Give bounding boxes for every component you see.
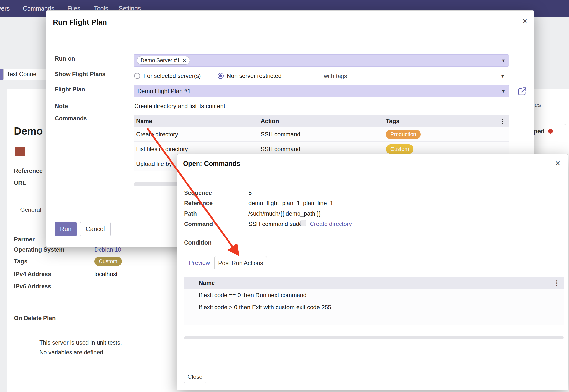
os-value-link[interactable]: Debian 10 — [94, 246, 121, 253]
run-on-label: Run on — [55, 55, 75, 62]
post-run-table-header: Name ⋮ — [184, 277, 564, 289]
row-name: If exit code > 0 then Exit with custom e… — [199, 304, 331, 311]
caret-down-icon: ▾ — [502, 88, 505, 94]
caret-down-icon: ▾ — [501, 73, 504, 79]
screen: vers Commands Files Tools Settings Test … — [0, 0, 569, 392]
on-delete-plan-label: On Delete Plan — [14, 315, 56, 322]
kebab-menu-icon[interactable]: ⋮ — [554, 279, 560, 287]
command-label: Command — [184, 221, 213, 227]
close-button[interactable]: Close — [184, 371, 206, 383]
ipv4-label: IPv4 Address — [14, 271, 51, 278]
color-swatch[interactable] — [15, 147, 25, 156]
post-run-actions-table: Name ⋮ If exit code == 0 then Run next c… — [184, 277, 564, 326]
remove-icon[interactable]: ✕ — [182, 58, 186, 63]
kebab-menu-icon[interactable]: ⋮ — [499, 117, 506, 125]
row-action: SSH command — [261, 146, 300, 153]
close-icon[interactable]: × — [522, 17, 527, 26]
row-name: List files in directory — [136, 146, 188, 153]
caret-down-icon: ▾ — [502, 57, 505, 63]
tags-value-badge: Custom — [94, 257, 122, 266]
condition-label: Condition — [184, 239, 212, 246]
with-tags-select[interactable]: with tags ▾ — [320, 70, 508, 82]
table-row[interactable]: If exit code == 0 then Run next command — [184, 289, 564, 301]
row-name: If exit code == 0 then Run next command — [199, 292, 307, 299]
tab-general[interactable]: General — [15, 202, 47, 217]
table-row[interactable]: Create directory SSH command Production — [134, 127, 509, 142]
server-tag-label: Demo Server #1 — [141, 57, 180, 64]
sequence-label: Sequence — [184, 189, 212, 196]
commands-table-header: Name Action Tags ⋮ — [134, 115, 509, 127]
run-button[interactable]: Run — [55, 222, 77, 236]
radio-selected-servers[interactable] — [134, 73, 140, 79]
note-value: Create directory and list its content — [134, 103, 225, 110]
tab-post-run-actions[interactable]: Post Run Actions — [214, 256, 267, 269]
row-name: Create directory — [136, 131, 178, 138]
field-divider — [89, 234, 89, 327]
unit-test-note-line2: No variables are defined. — [39, 349, 105, 356]
row-name: Upload file by — [136, 160, 172, 167]
close-icon[interactable]: × — [555, 159, 560, 168]
right-tab-fragment[interactable]: es — [535, 101, 541, 108]
reference-label: Reference — [14, 168, 43, 174]
ipv4-value: localhost — [94, 271, 118, 278]
show-flight-plans-label: Show Flight Plans — [55, 71, 106, 78]
radio-selected-servers-label: For selected server(s) — [143, 72, 201, 79]
server-name-heading: Demo — [14, 125, 43, 137]
status-dot — [548, 129, 553, 134]
run-modal-title: Run Flight Plan — [53, 18, 107, 26]
command-value: SSH command sudo — [248, 221, 302, 227]
tags-label: Tags — [14, 258, 27, 265]
test-connection-button[interactable]: Test Conne — [3, 69, 50, 80]
row-action: SSH command — [261, 131, 300, 138]
commands-label: Commands — [55, 115, 87, 122]
with-tags-value: with tags — [324, 73, 347, 80]
external-link-icon[interactable] — [517, 87, 527, 97]
flight-plan-label: Flight Plan — [55, 86, 85, 93]
server-tag-pill[interactable]: Demo Server #1 ✕ — [137, 56, 190, 65]
table-row[interactable]: If exit code > 0 then Exit with custom e… — [184, 301, 564, 313]
command-link[interactable]: Create directory — [310, 221, 352, 227]
run-on-field[interactable]: Demo Server #1 ✕ ▾ — [134, 54, 509, 67]
flight-plan-value: Demo Flight Plan #1 — [137, 88, 191, 95]
sequence-value: 5 — [248, 189, 252, 196]
row-tag-badge: Custom — [386, 144, 413, 154]
ipv6-label: IPv6 Address — [14, 283, 51, 290]
row-tag-badge: Production — [386, 130, 421, 139]
sudo-checkbox[interactable] — [300, 220, 306, 226]
col-name: Name — [136, 118, 152, 125]
col-action: Action — [261, 118, 279, 125]
right-tab-divider — [531, 109, 569, 109]
tab-preview[interactable]: Preview — [189, 259, 210, 266]
reference-value: demo_flight_plan_1_plan_line_1 — [248, 200, 333, 207]
table-row-empty — [184, 313, 564, 325]
cancel-button[interactable]: Cancel — [80, 222, 111, 236]
unit-test-note-line1: This server is used in unit tests. — [39, 339, 122, 346]
reference-label: Reference — [184, 200, 213, 207]
menu-item-servers[interactable]: vers — [0, 0, 10, 17]
path-label: Path — [184, 210, 197, 217]
col-name: Name — [199, 280, 215, 286]
note-label: Note — [55, 103, 68, 110]
partner-label: Partner — [14, 236, 35, 243]
commands-modal-title: Open: Commands — [183, 160, 240, 168]
os-label: Operating System — [14, 246, 64, 253]
horizontal-scrollbar[interactable] — [184, 336, 564, 339]
header-divider — [177, 180, 568, 180]
col-tags: Tags — [386, 118, 399, 125]
radio-non-server-restricted[interactable] — [218, 73, 224, 79]
condition-field-divider — [245, 237, 245, 249]
url-label: URL — [14, 180, 26, 186]
path-value: /such/much/{{ demo_path }} — [248, 210, 321, 217]
primary-button-fragment[interactable] — [0, 69, 3, 80]
flight-plan-field[interactable]: Demo Flight Plan #1 ▾ — [134, 85, 509, 97]
pane-divider — [130, 184, 130, 198]
open-commands-modal: Open: Commands × Sequence 5 Reference de… — [177, 154, 568, 390]
radio-non-server-restricted-label: Non server restricted — [227, 72, 282, 79]
